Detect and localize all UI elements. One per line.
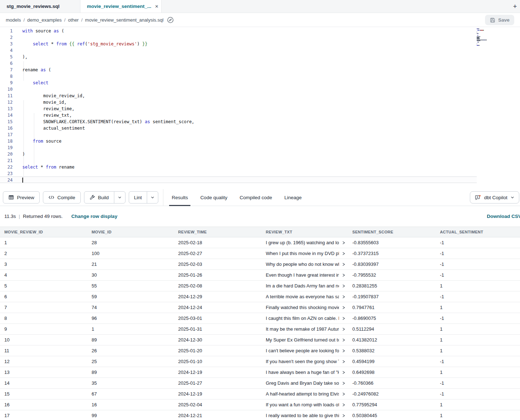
expand-cell-chevron-icon[interactable] xyxy=(341,402,346,407)
line-number: 23 xyxy=(0,170,16,177)
code-line-24[interactable]: 24 xyxy=(0,177,520,183)
expand-cell-chevron-icon[interactable] xyxy=(341,294,346,299)
line-number: 21 xyxy=(0,157,16,164)
code-line-16[interactable]: 16 actual_sentiment xyxy=(0,125,520,131)
cell-actual_sentiment: -1 xyxy=(436,294,520,299)
code-line-1[interactable]: 1with source as ( xyxy=(0,28,520,34)
code-line-23[interactable]: 23 xyxy=(0,170,520,177)
code-line-22[interactable]: 22select * from rename xyxy=(0,164,520,170)
code-line-10[interactable]: 10 xyxy=(0,86,520,93)
line-number: 20 xyxy=(0,151,16,157)
cell-sentiment_score: -0.83555603 xyxy=(348,240,436,245)
code-line-17[interactable]: 17 xyxy=(0,131,520,138)
expand-cell-chevron-icon[interactable] xyxy=(341,251,346,256)
cell-sentiment_score: 0.28381255 xyxy=(348,283,436,289)
cell-sentiment_score: -0.8690075 xyxy=(348,316,436,321)
editor-minimap[interactable] xyxy=(477,28,505,48)
expand-cell-chevron-icon[interactable] xyxy=(341,381,346,386)
editor-tab-bar: stg_movie_reviews.sqlmovie_review_sentim… xyxy=(0,0,520,13)
change-row-display-link[interactable]: Change row display xyxy=(71,214,118,219)
new-tab-button[interactable]: + xyxy=(510,0,520,13)
preview-table-icon xyxy=(8,195,14,200)
code-line-7[interactable]: 7rename as ( xyxy=(0,67,520,73)
download-csv-link[interactable]: Download CSV xyxy=(487,214,520,219)
build-button[interactable]: Build xyxy=(84,192,114,203)
breadcrumb-part-0[interactable]: models xyxy=(6,17,21,23)
cell-review_time: 2025-01-10 xyxy=(174,359,261,364)
code-line-15[interactable]: 15 SNOWFLAKE.CORTEX.SENTIMENT(review_txt… xyxy=(0,119,520,125)
code-line-6[interactable]: 6 xyxy=(0,60,520,67)
cell-sentiment_score: 0.7947761 xyxy=(348,305,436,310)
expand-cell-chevron-icon[interactable] xyxy=(341,305,346,310)
results-tab-results[interactable]: Results xyxy=(166,189,194,206)
code-line-3[interactable]: 3 select * from {{ ref('stg_movie_review… xyxy=(0,41,520,47)
code-line-14[interactable]: 14 review_txt, xyxy=(0,112,520,119)
code-line-18[interactable]: 18 from source xyxy=(0,138,520,144)
code-line-5[interactable]: 5), xyxy=(0,54,520,60)
expand-cell-chevron-icon[interactable] xyxy=(341,370,346,375)
preview-button-label: Preview xyxy=(17,195,34,200)
result-tabs: ResultsCode qualityCompiled codeLineage xyxy=(166,189,308,206)
cell-actual_sentiment: 1 xyxy=(436,305,520,310)
expand-cell-chevron-icon[interactable] xyxy=(341,338,346,343)
review-txt-cell: Even though I have great interest in Bi… xyxy=(261,272,348,278)
table-row: 13892024-12-19I have always been a huge … xyxy=(0,367,520,378)
expand-cell-chevron-icon[interactable] xyxy=(341,413,346,418)
expand-cell-chevron-icon[interactable] xyxy=(341,283,346,289)
expand-cell-chevron-icon[interactable] xyxy=(341,392,346,397)
code-line-2[interactable]: 2 xyxy=(0,34,520,41)
breadcrumb-part-2[interactable]: other xyxy=(68,17,79,23)
table-row: 17992024-12-21I really wanted to be able… xyxy=(0,410,520,420)
save-button[interactable]: Save xyxy=(485,15,514,25)
expand-cell-chevron-icon[interactable] xyxy=(341,240,346,245)
results-tab-compiled-code[interactable]: Compiled code xyxy=(233,189,278,206)
code-line-4[interactable]: 4 xyxy=(0,47,520,54)
review-txt-cell: Greg Davis and Bryan Daly take some … xyxy=(261,380,348,386)
code-line-20[interactable]: 20) xyxy=(0,151,520,157)
file-tab-1[interactable]: movie_review_sentiment_...✕ xyxy=(80,0,162,13)
lint-button[interactable]: Lint xyxy=(129,192,147,203)
preview-button[interactable]: Preview xyxy=(3,191,40,204)
table-row: 12252025-01-10If you haven't seen the go… xyxy=(0,356,520,367)
expand-cell-chevron-icon[interactable] xyxy=(341,273,346,278)
cell-actual_sentiment: -1 xyxy=(436,251,520,256)
line-number: 9 xyxy=(0,80,16,86)
lint-dropdown-button[interactable] xyxy=(147,192,158,203)
cell-movie_review_id: 13 xyxy=(0,370,87,375)
close-tab-icon[interactable]: ✕ xyxy=(155,4,159,9)
file-tab-0[interactable]: stg_movie_reviews.sql xyxy=(0,0,80,13)
cell-actual_sentiment: -1 xyxy=(436,240,520,245)
dbt-copilot-button[interactable]: dbt Copilot xyxy=(470,191,519,204)
cell-sentiment_score: -0.24976082 xyxy=(348,391,436,397)
breadcrumb-part-1[interactable]: demo_examples xyxy=(27,17,62,23)
code-editor[interactable]: 1with source as (23 select * from {{ ref… xyxy=(0,27,520,189)
line-number: 7 xyxy=(0,67,16,73)
cell-movie_review_id: 8 xyxy=(0,316,87,321)
expand-cell-chevron-icon[interactable] xyxy=(341,327,346,332)
code-line-19[interactable]: 19 xyxy=(0,144,520,151)
code-line-11[interactable]: 11 movie_review_id, xyxy=(0,93,520,99)
explore-lineage-icon[interactable] xyxy=(167,17,174,23)
compile-button[interactable]: Compile xyxy=(43,191,81,204)
cell-review_time: 2025-01-31 xyxy=(174,326,261,332)
code-line-9[interactable]: 9 select xyxy=(0,80,520,86)
line-number: 11 xyxy=(0,93,16,99)
code-line-12[interactable]: 12 movie_id, xyxy=(0,99,520,106)
breadcrumb-part-3[interactable]: movie_review_sentiment_analysis.sql xyxy=(85,17,164,23)
build-dropdown-button[interactable] xyxy=(114,192,125,203)
cell-review_time: 2024-12-19 xyxy=(174,391,261,397)
expand-cell-chevron-icon[interactable] xyxy=(341,262,346,267)
cell-movie_id: 74 xyxy=(87,305,174,310)
cell-actual_sentiment: 1 xyxy=(436,370,520,375)
breadcrumb-row: models/demo_examples/other/movie_review_… xyxy=(0,13,520,27)
expand-cell-chevron-icon[interactable] xyxy=(341,348,346,353)
expand-cell-chevron-icon[interactable] xyxy=(341,359,346,364)
code-line-8[interactable]: 8 xyxy=(0,73,520,80)
review-txt-value: When I put this movie in my DVD playe… xyxy=(266,251,339,256)
code-line-13[interactable]: 13 review_time, xyxy=(0,106,520,112)
code-line-21[interactable]: 21 xyxy=(0,157,520,164)
cell-sentiment_score: 0.50380445 xyxy=(348,413,436,418)
results-tab-code-quality[interactable]: Code quality xyxy=(194,189,233,206)
expand-cell-chevron-icon[interactable] xyxy=(341,316,346,321)
results-tab-lineage[interactable]: Lineage xyxy=(278,189,308,206)
